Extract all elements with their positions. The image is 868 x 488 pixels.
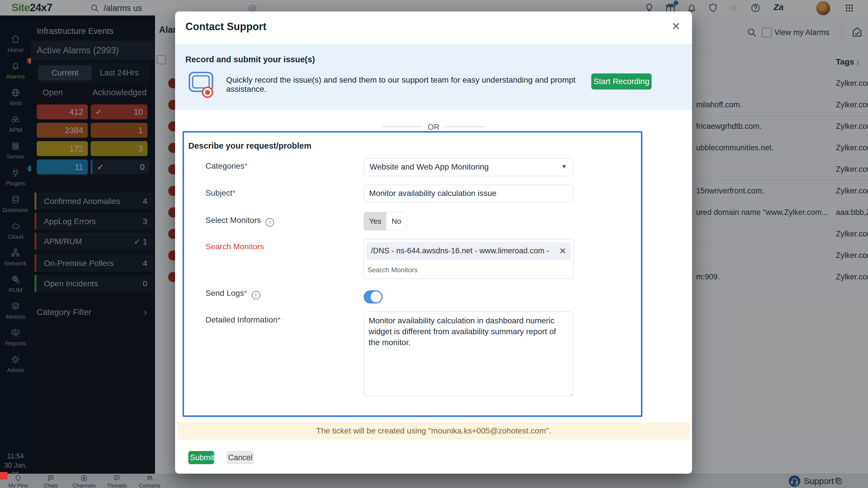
screen-record-icon <box>188 70 214 100</box>
subject-input[interactable] <box>364 185 573 202</box>
modal-title: Contact Support <box>185 21 267 33</box>
or-label: OR <box>428 123 439 131</box>
send-logs-toggle[interactable] <box>364 290 383 303</box>
send-logs-label: Send Logs* i <box>206 289 260 299</box>
search-monitors-input[interactable]: Search Monitors <box>367 266 417 274</box>
submit-button[interactable]: Submit <box>188 451 214 464</box>
form-heading: Describe your request/problem <box>188 141 311 151</box>
detailed-information-label: Detailed Information* <box>206 315 280 324</box>
chevron-down-icon: ▼ <box>561 163 567 170</box>
select-monitors-toggle: Yes No <box>364 212 407 230</box>
detailed-information-textarea[interactable]: Monitor availability calculation in dash… <box>364 312 573 396</box>
record-section: Record and submit your issue(s) Quickly … <box>175 44 692 110</box>
info-icon: i <box>266 218 274 227</box>
categories-select[interactable]: Website and Web App Monitoring ▼ <box>364 158 574 176</box>
search-monitors-label: Search Monitors <box>206 242 264 251</box>
no-option[interactable]: No <box>386 212 406 230</box>
contact-support-modal: Contact Support ✕ Record and submit your… <box>175 11 692 474</box>
categories-label: Categories* <box>206 162 247 171</box>
monitor-chip[interactable]: /DNS - ns-644.awsdns-16.net - www.limero… <box>366 242 571 260</box>
yes-option[interactable]: Yes <box>364 212 386 230</box>
subject-label: Subject* <box>206 189 236 198</box>
ticket-note: The ticket will be created using "mounik… <box>177 422 690 440</box>
recording-indicator <box>0 472 7 479</box>
start-recording-button[interactable]: Start Recording <box>591 73 652 90</box>
record-heading: Record and submit your issue(s) <box>185 55 315 64</box>
search-monitors-box[interactable]: /DNS - ns-644.awsdns-16.net - www.limero… <box>364 239 574 279</box>
remove-chip-icon[interactable]: ✕ <box>559 246 566 256</box>
select-monitors-label: Select Monitors i <box>206 216 274 227</box>
app-root: Site24x7 /alarms us Za Home 99+ Alarms <box>0 0 868 488</box>
cancel-button[interactable]: Cancel <box>226 451 254 464</box>
record-description: Quickly record the issue(s) and send the… <box>226 75 585 94</box>
info-icon: i <box>252 291 260 299</box>
close-icon[interactable]: ✕ <box>671 20 681 33</box>
